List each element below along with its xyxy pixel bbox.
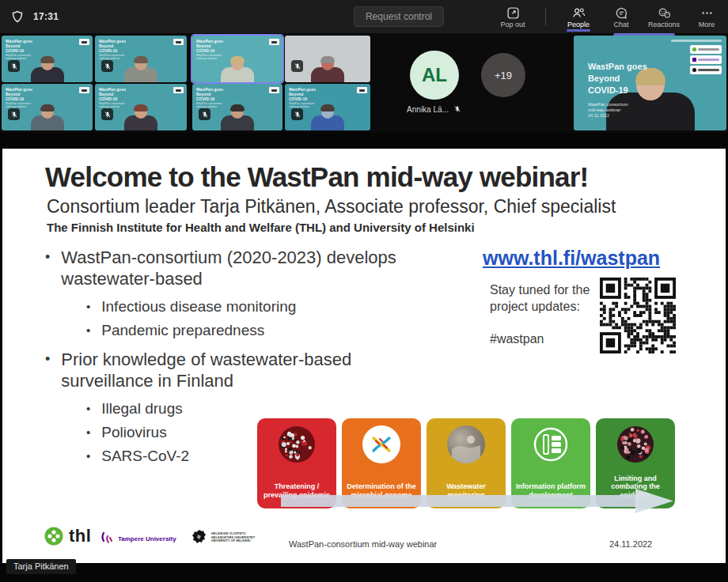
meeting-timer: 17:31	[33, 11, 59, 22]
overflow-participants-badge[interactable]: +19	[481, 53, 525, 97]
stage-slide-title: WastPan goes Beyond COVID-19	[588, 61, 647, 96]
participant-tile[interactable]: WastPan goes Beyond COVID-19 WastPan con…	[95, 84, 187, 130]
mic-off-icon	[199, 108, 210, 120]
slide-title: Welcome to the WastPan mid-way webinar!	[45, 161, 588, 193]
process-arrow	[281, 487, 677, 514]
university-of-helsinki-logo: HELSINGIN YLIOPISTO HELSINGFORS UNIVERSI…	[191, 528, 255, 547]
tile-logo-chip	[79, 39, 89, 45]
presenter-name-tag: Tarja Pitkänen	[6, 559, 76, 574]
bullet-item: •Illegal drugs	[86, 397, 417, 420]
pop-out-button[interactable]: Pop out	[491, 3, 534, 30]
wastewater-photo-icon	[447, 425, 485, 463]
qr-code	[600, 278, 676, 353]
mic-off-icon	[101, 108, 113, 120]
request-control-button[interactable]: Request control	[354, 6, 444, 27]
participant-tile[interactable]: WastPan goes Beyond COVID-19 WastPan con…	[285, 84, 370, 130]
tile-logo-chip	[79, 87, 89, 93]
people-button[interactable]: People	[557, 3, 600, 30]
hashtag-text: #wastpan	[490, 332, 544, 346]
virus-icon	[278, 425, 316, 463]
stage-topline	[671, 40, 722, 42]
mic-off-icon	[8, 60, 20, 72]
participant-tile[interactable]: WastPan goes Beyond COVID-19 WastPan con…	[192, 84, 282, 130]
video-gallery: WastPan goes Beyond COVID-19 WastPan con…	[0, 33, 728, 133]
tile-logo-chip	[357, 87, 367, 93]
bullet-item: •Infectious disease monitoring	[86, 295, 417, 318]
participant-tile[interactable]: WastPan goes Beyond COVID-19 WastPan con…	[95, 36, 187, 82]
tile-logo-chip	[269, 87, 279, 93]
wastpan-link: www.thl.fi/wastpan	[483, 247, 660, 270]
thl-logo: thl	[44, 526, 91, 546]
reactions-button[interactable]: Reactions	[643, 3, 685, 30]
chat-icon	[615, 6, 628, 20]
bullet-item: •Prior knowledge of wastewater-based sur…	[45, 349, 417, 391]
chat-button[interactable]: Chat	[600, 3, 643, 30]
mic-off-icon	[101, 60, 113, 72]
shared-presentation-slide: Welcome to the WastPan mid-way webinar! …	[2, 149, 726, 563]
tile-logo-chip	[173, 87, 184, 93]
participant-name-label: Annika Lä...	[392, 104, 476, 114]
bullet-item: •Pandemic preparedness	[86, 319, 417, 342]
pop-out-icon	[506, 6, 520, 20]
teams-meeting-window: 17:31 Request control Pop out People Cha…	[0, 0, 728, 582]
shield-icon	[11, 10, 24, 23]
stay-tuned-text: Stay tuned for the project updates:	[490, 282, 590, 315]
dna-icon	[362, 425, 400, 463]
tile-logo-chip	[269, 39, 279, 45]
tampere-logo-icon	[100, 531, 115, 546]
meeting-toolbar: 17:31 Request control Pop out People Cha…	[0, 0, 728, 33]
participant-tile[interactable]: WastPan goes Beyond COVID-19 WastPan con…	[2, 36, 93, 82]
mic-off-icon	[291, 60, 303, 72]
toolbar-divider	[545, 8, 546, 25]
participant-avatar[interactable]: AL	[410, 51, 459, 100]
people-icon	[572, 6, 586, 20]
database-platform-icon	[532, 425, 570, 463]
stage-logo-chips	[690, 45, 722, 74]
slide-affiliation: The Finnish Institute for Health and Wel…	[47, 221, 475, 234]
bullet-item: •WastPan-consortium (2020-2023) develops…	[45, 247, 417, 289]
stage-video-tile[interactable]: WastPan goes Beyond COVID-19 WastPan con…	[574, 36, 726, 130]
helsinki-lion-icon	[191, 528, 208, 547]
slide-footer-date: 24.11.2022	[609, 539, 652, 549]
participant-tile-active-speaker[interactable]: WastPan goes Beyond COVID-19 WastPan con…	[192, 36, 282, 82]
reactions-icon	[658, 6, 671, 20]
mic-off-icon	[453, 104, 462, 114]
slide-subtitle: Consortium leader Tarja Pitkänen, Associ…	[47, 196, 616, 217]
more-button[interactable]: More	[685, 3, 728, 30]
virus-icon	[616, 425, 654, 463]
participant-tile[interactable]: WastPan goes Beyond COVID-19 WastPan con…	[2, 84, 93, 130]
more-icon	[700, 6, 714, 20]
tampere-university-logo: Tampere University	[100, 531, 176, 546]
slide-footer-title: WastPan-consortium mid-way webinar	[289, 539, 437, 549]
thl-flower-icon	[44, 526, 64, 546]
mic-off-icon	[291, 108, 303, 120]
tile-logo-chip	[173, 39, 184, 45]
participant-tile[interactable]	[285, 36, 370, 82]
mic-off-icon	[8, 108, 20, 120]
stage-slide-subtitle: WastPan consortium mid-way webinar 24.11…	[588, 102, 628, 119]
